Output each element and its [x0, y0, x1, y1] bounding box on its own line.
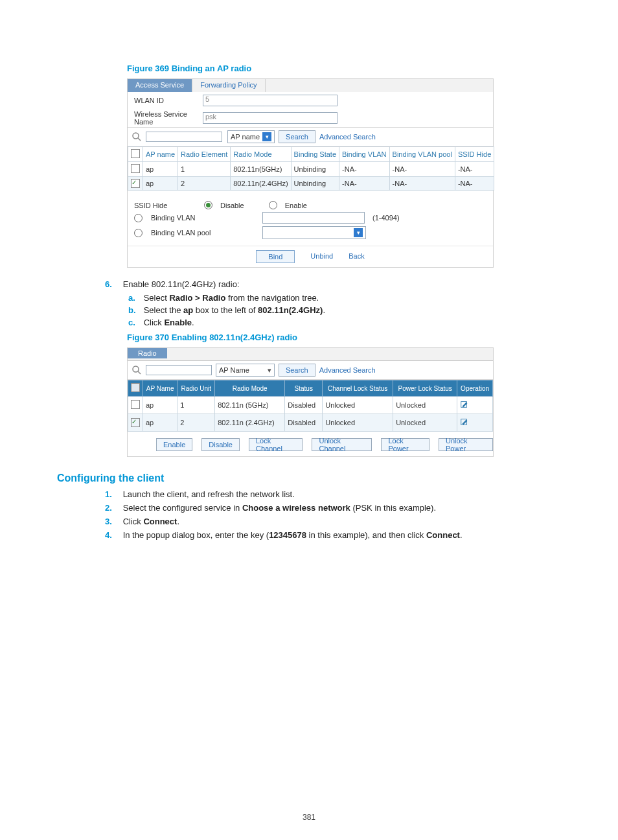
col-channel-lock[interactable]: Channel Lock Status	[323, 380, 393, 397]
ssid-hide-disable-radio[interactable]	[204, 201, 212, 209]
row-checkbox[interactable]	[131, 179, 140, 188]
client-step-1: 1. Launch the client, and refresh the ne…	[105, 489, 561, 499]
bold-text: Connect	[426, 530, 460, 540]
unlock-power-button[interactable]: Unlock Power	[439, 438, 493, 451]
text: .	[323, 305, 325, 315]
binding-vlan-input[interactable]	[262, 212, 365, 224]
col-radio-element[interactable]: Radio Element	[178, 147, 231, 162]
page-number: 381	[0, 813, 618, 822]
advanced-search-link[interactable]: Advanced Search	[319, 133, 376, 141]
advanced-search-link[interactable]: Advanced Search	[319, 366, 376, 374]
unlock-channel-button[interactable]: Unlock Channel	[312, 438, 372, 451]
service-name-field[interactable]: psk	[203, 112, 338, 124]
table-row: ap 2 802.11n(2.4GHz) Unbinding -NA- -NA-…	[128, 177, 494, 191]
cell: 1	[177, 397, 215, 414]
search-input[interactable]	[146, 365, 212, 375]
step-number: 3.	[105, 517, 120, 526]
cell: ap	[143, 177, 178, 191]
cell: ap	[143, 414, 177, 432]
chevron-down-icon: ▾	[268, 366, 271, 375]
unbind-button[interactable]: Unbind	[310, 250, 333, 263]
cell: ap	[143, 162, 178, 177]
text: from the navigation tree.	[225, 293, 319, 303]
edit-icon[interactable]	[460, 400, 469, 409]
back-button[interactable]: Back	[349, 250, 364, 263]
lock-power-button[interactable]: Lock Power	[381, 438, 429, 451]
select-all-checkbox[interactable]	[131, 383, 140, 392]
step-text: Launch the client, and refresh the netwo…	[123, 489, 295, 499]
cell: 802.11n(2.4GHz)	[231, 177, 291, 191]
svg-line-3	[138, 371, 141, 374]
cell: Unbinding	[291, 177, 339, 191]
step-6: 6. Enable 802.11n(2.4GHz) radio:	[105, 279, 561, 289]
binding-vlan-radio[interactable]	[134, 214, 143, 222]
bold-text: Choose a wireless network	[242, 503, 350, 513]
cell: Unlocked	[323, 414, 393, 432]
search-button[interactable]: Search	[279, 364, 315, 377]
cell: -NA-	[339, 162, 390, 177]
lock-channel-button[interactable]: Lock Channel	[249, 438, 303, 451]
col-binding-state[interactable]: Binding State	[291, 147, 339, 162]
text: In the popup dialog box, enter the key (	[123, 530, 269, 540]
ssid-hide-enable-radio[interactable]	[269, 201, 277, 209]
client-step-4: 4. In the popup dialog box, enter the ke…	[105, 530, 561, 540]
step-number: 4.	[105, 530, 120, 540]
wlan-id-field[interactable]: 5	[203, 95, 338, 106]
edit-icon[interactable]	[460, 417, 469, 426]
binding-vlan-pool-select[interactable]: ▾	[262, 226, 366, 239]
tab-access-service[interactable]: Access Service	[128, 79, 192, 92]
binding-vlan-pool-radio[interactable]	[134, 229, 143, 237]
filter-field-select[interactable]: AP Name ▾	[216, 364, 275, 377]
tab-forwarding-policy[interactable]: Forwarding Policy	[192, 79, 265, 92]
table-row: ap 2 802.11n (2.4GHz) Disabled Unlocked …	[128, 414, 493, 432]
bind-button[interactable]: Bind	[256, 250, 295, 263]
text: .	[460, 530, 463, 540]
cell: -NA-	[455, 177, 494, 191]
client-step-3: 3. Click Connect.	[105, 517, 561, 526]
filter-field-select[interactable]: AP name ▾	[227, 130, 275, 143]
service-name-label: Wireless Service Name	[134, 110, 203, 126]
col-binding-vlan-pool[interactable]: Binding VLAN pool	[389, 147, 455, 162]
col-radio-unit[interactable]: Radio Unit	[177, 380, 215, 397]
col-power-lock[interactable]: Power Lock Status	[393, 380, 457, 397]
search-input[interactable]	[146, 132, 222, 142]
cell: -NA-	[455, 162, 494, 177]
text: Select the configured service in	[123, 503, 242, 513]
col-status[interactable]: Status	[285, 380, 323, 397]
table-row: ap 1 802.11n(5GHz) Unbinding -NA- -NA- -…	[128, 162, 494, 177]
binding-vlan-range: (1-4094)	[372, 214, 400, 222]
col-radio-mode[interactable]: Radio Mode	[215, 380, 285, 397]
row-checkbox[interactable]	[131, 164, 140, 173]
col-binding-vlan[interactable]: Binding VLAN	[339, 147, 390, 162]
row-checkbox[interactable]	[131, 400, 140, 409]
select-all-checkbox[interactable]	[131, 149, 140, 158]
chevron-down-icon: ▾	[262, 132, 271, 141]
client-step-2: 2. Select the configured service in Choo…	[105, 503, 561, 513]
col-ssid-hide[interactable]: SSID Hide	[455, 147, 494, 162]
enable-button[interactable]: Enable	[156, 438, 192, 451]
col-radio-mode[interactable]: Radio Mode	[231, 147, 291, 162]
disable-button[interactable]: Disable	[201, 438, 240, 451]
filter-field-value: AP name	[231, 133, 260, 141]
filter-field-value: AP Name	[219, 366, 249, 374]
ssid-hide-enable-label: Enable	[285, 202, 307, 209]
step-number: 6.	[105, 279, 120, 289]
cell: 2	[178, 177, 231, 191]
chevron-down-icon: ▾	[354, 228, 363, 237]
text: .	[192, 318, 194, 327]
radio-binding-table: AP name Radio Element Radio Mode Binding…	[128, 146, 494, 191]
search-button[interactable]: Search	[279, 130, 315, 143]
step-6b: b. Select the ap box to the left of 802.…	[128, 305, 561, 315]
section-heading-configuring-client: Configuring the client	[57, 472, 561, 484]
cell: Unlocked	[393, 414, 457, 432]
col-operation[interactable]: Operation	[457, 380, 493, 397]
col-ap-name[interactable]: AP Name	[143, 380, 177, 397]
row-checkbox[interactable]	[131, 418, 140, 427]
tab-radio[interactable]: Radio	[128, 348, 167, 358]
text: .	[177, 517, 179, 526]
figure-370-caption: Figure 370 Enabling 802.11n(2.4GHz) radi…	[127, 332, 561, 342]
col-ap-name[interactable]: AP name	[143, 147, 178, 162]
cell: 802.11n(5GHz)	[231, 162, 291, 177]
substep-letter: c.	[128, 318, 141, 327]
step-number: 1.	[105, 489, 120, 499]
